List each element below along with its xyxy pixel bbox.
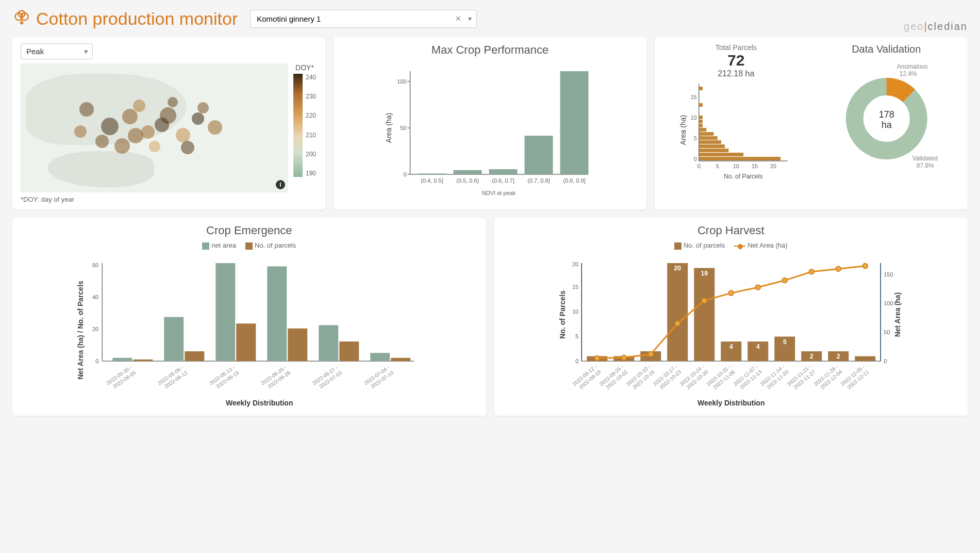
svg-text:100: 100	[884, 300, 893, 306]
svg-rect-38	[699, 144, 725, 148]
svg-text:(0.6, 0.7]: (0.6, 0.7]	[492, 177, 514, 184]
emergence-chart[interactable]: Net Area (ha) / No. of Parcels 0 20 40 6…	[21, 253, 478, 408]
cotton-icon	[12, 8, 31, 29]
svg-point-129	[836, 266, 841, 271]
map-metric-select[interactable]: Peak	[21, 43, 93, 59]
svg-text:ha: ha	[881, 120, 892, 130]
svg-text:No. of Parcels: No. of Parcels	[558, 290, 567, 339]
total-area-value: 212.18 ha	[663, 69, 809, 78]
svg-point-126	[755, 285, 760, 290]
parcel-histogram[interactable]: Area (ha) 0 5 10 15 0 5 10 15 20	[663, 78, 809, 182]
map-colorbar: DOY* 240 230 220 210 200 190	[292, 63, 317, 192]
total-parcels-label: Total Parcels	[663, 43, 809, 52]
svg-point-125	[728, 290, 734, 296]
svg-text:(0.8, 0.9]: (0.8, 0.9]	[563, 177, 585, 184]
svg-rect-105	[667, 263, 688, 361]
doy-footnote: *DOY: day of year	[21, 196, 317, 203]
svg-rect-47	[699, 87, 703, 90]
info-icon[interactable]: i	[276, 180, 285, 189]
svg-text:5: 5	[575, 333, 578, 339]
harvest-card: Crop Harvest No. of parcels Net Area (ha…	[494, 218, 968, 416]
svg-rect-14	[489, 169, 518, 174]
svg-text:100: 100	[397, 78, 406, 85]
svg-text:No. of Parcels: No. of Parcels	[724, 173, 762, 180]
total-parcels-value: 72	[663, 52, 809, 69]
svg-text:5: 5	[694, 135, 697, 141]
svg-rect-64	[133, 359, 153, 361]
svg-text:(0.7, 0.8]: (0.7, 0.8]	[527, 177, 550, 184]
svg-point-122	[648, 351, 653, 356]
svg-text:10: 10	[691, 115, 697, 121]
map-scatter[interactable]: i	[21, 63, 288, 192]
ginnery-select[interactable]: Komotini ginnery 1	[250, 10, 477, 28]
svg-text:Weekly Distribution: Weekly Distribution	[697, 399, 765, 407]
svg-point-123	[675, 321, 680, 326]
svg-text:(0.5, 0.6]: (0.5, 0.6]	[456, 177, 478, 184]
chart-title: Max Crop Performance	[342, 43, 638, 57]
svg-text:40: 40	[92, 294, 98, 300]
svg-text:0: 0	[884, 358, 887, 364]
svg-point-127	[782, 278, 787, 283]
svg-rect-72	[339, 341, 359, 361]
svg-text:10: 10	[572, 308, 578, 315]
validation-donut[interactable]: 178 ha Anomalous 12.4% Validated 87.6%	[813, 59, 960, 173]
svg-text:50: 50	[400, 125, 406, 131]
svg-rect-69	[267, 266, 287, 361]
svg-rect-63	[112, 357, 132, 361]
svg-rect-74	[391, 357, 410, 361]
svg-rect-36	[699, 153, 743, 156]
map-card: Peak	[12, 37, 325, 209]
svg-text:5: 5	[716, 163, 719, 169]
svg-text:20: 20	[572, 261, 578, 267]
svg-text:Net Area (ha): Net Area (ha)	[893, 292, 902, 337]
svg-rect-70	[288, 328, 307, 361]
svg-point-121	[621, 355, 626, 360]
svg-text:20: 20	[674, 265, 681, 272]
svg-rect-44	[699, 120, 703, 123]
chart-title: Crop Harvest	[503, 224, 960, 237]
svg-rect-41	[699, 132, 714, 136]
svg-text:60: 60	[92, 262, 98, 268]
svg-text:Area (ha): Area (ha)	[679, 115, 687, 145]
svg-rect-13	[454, 170, 482, 174]
svg-text:178: 178	[878, 109, 894, 120]
svg-text:NDVI at peak: NDVI at peak	[482, 190, 516, 196]
svg-text:12.4%: 12.4%	[899, 70, 917, 77]
svg-text:Net Area (ha) / No. of Parcels: Net Area (ha) / No. of Parcels	[76, 281, 85, 380]
svg-text:0: 0	[403, 171, 406, 177]
svg-rect-67	[215, 263, 235, 361]
svg-point-120	[594, 355, 600, 361]
svg-rect-43	[699, 124, 703, 127]
emergence-card: Crop Emergence net area No. of parcels N…	[12, 218, 486, 416]
svg-text:Validated: Validated	[912, 155, 937, 162]
svg-text:0: 0	[575, 358, 578, 364]
chart-title: Crop Emergence	[21, 224, 478, 237]
svg-text:Weekly Distribution: Weekly Distribution	[226, 399, 293, 407]
svg-text:150: 150	[884, 271, 893, 278]
svg-text:4: 4	[756, 343, 759, 350]
harvest-chart[interactable]: No. of Parcels Net Area (ha) 0 5 10 15 2…	[503, 253, 960, 408]
svg-rect-68	[236, 323, 256, 361]
svg-rect-65	[164, 317, 184, 361]
svg-rect-42	[699, 128, 706, 132]
svg-rect-66	[185, 351, 204, 361]
svg-text:0: 0	[95, 358, 98, 364]
svg-point-128	[809, 269, 814, 274]
svg-point-130	[862, 263, 868, 268]
svg-text:0: 0	[694, 156, 697, 162]
svg-text:5: 5	[783, 338, 786, 345]
svg-text:(0.4, 0.5]: (0.4, 0.5]	[421, 177, 443, 184]
page-title: Cotton production monitor	[36, 9, 238, 29]
svg-rect-119	[855, 356, 875, 361]
svg-rect-15	[525, 136, 553, 174]
svg-text:20: 20	[770, 163, 776, 169]
svg-text:4: 4	[729, 343, 733, 350]
svg-text:Anomalous: Anomalous	[896, 63, 927, 70]
harvest-legend: No. of parcels Net Area (ha)	[503, 241, 960, 250]
brand-logo: geo|cledian	[904, 21, 968, 32]
max-performance-chart[interactable]: Area (ha) 0 50 100 (0.4, 0.5](0.5, 0.6](…	[342, 61, 638, 200]
svg-rect-12	[418, 173, 446, 174]
validation-card: Total Parcels 72 212.18 ha Area (ha) 0 5…	[655, 37, 968, 209]
svg-rect-39	[699, 140, 721, 144]
clear-icon[interactable]: ✕	[455, 14, 461, 23]
